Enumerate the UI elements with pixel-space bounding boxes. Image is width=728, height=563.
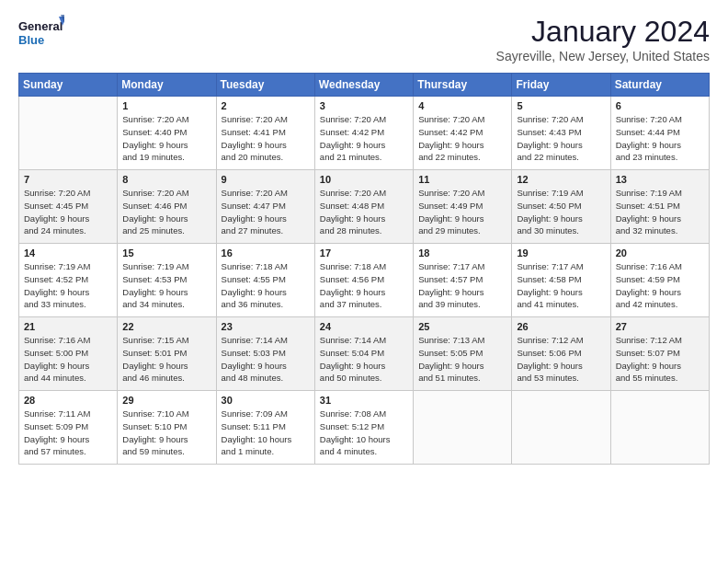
day-detail: Sunrise: 7:20 AMSunset: 4:46 PMDaylight:… xyxy=(122,187,210,237)
day-number: 30 xyxy=(222,395,310,406)
calendar-cell: 29Sunrise: 7:10 AMSunset: 5:10 PMDayligh… xyxy=(118,391,216,465)
calendar-cell: 15Sunrise: 7:19 AMSunset: 4:53 PMDayligh… xyxy=(118,244,216,317)
calendar-cell xyxy=(414,391,512,465)
day-detail: Sunrise: 7:12 AMSunset: 5:07 PMDaylight:… xyxy=(616,334,704,385)
calendar-cell: 9Sunrise: 7:20 AMSunset: 4:47 PMDaylight… xyxy=(216,170,314,244)
title-block: January 2024 Sayreville, New Jersey, Uni… xyxy=(496,15,710,63)
calendar-cell: 14Sunrise: 7:19 AMSunset: 4:52 PMDayligh… xyxy=(19,244,118,317)
col-friday: Friday xyxy=(512,74,610,97)
day-detail: Sunrise: 7:19 AMSunset: 4:52 PMDaylight:… xyxy=(24,260,112,311)
day-detail: Sunrise: 7:16 AMSunset: 4:59 PMDaylight:… xyxy=(616,260,704,311)
col-saturday: Saturday xyxy=(610,74,709,97)
col-thursday: Thursday xyxy=(414,74,512,97)
calendar-table: Sunday Monday Tuesday Wednesday Thursday… xyxy=(18,73,710,465)
location-subtitle: Sayreville, New Jersey, United States xyxy=(496,49,710,63)
day-number: 25 xyxy=(418,321,506,332)
day-number: 18 xyxy=(418,247,506,259)
calendar-cell: 22Sunrise: 7:15 AMSunset: 5:01 PMDayligh… xyxy=(118,317,216,391)
calendar-cell: 11Sunrise: 7:20 AMSunset: 4:49 PMDayligh… xyxy=(414,170,512,244)
day-number: 3 xyxy=(320,100,408,111)
calendar-cell: 5Sunrise: 7:20 AMSunset: 4:43 PMDaylight… xyxy=(512,97,610,170)
day-detail: Sunrise: 7:20 AMSunset: 4:45 PMDaylight:… xyxy=(24,187,112,237)
day-number: 12 xyxy=(517,174,605,185)
day-detail: Sunrise: 7:11 AMSunset: 5:09 PMDaylight:… xyxy=(24,408,112,458)
day-detail: Sunrise: 7:20 AMSunset: 4:44 PMDaylight:… xyxy=(616,113,704,164)
calendar-cell: 26Sunrise: 7:12 AMSunset: 5:06 PMDayligh… xyxy=(512,317,610,391)
calendar-cell: 30Sunrise: 7:09 AMSunset: 5:11 PMDayligh… xyxy=(216,391,314,465)
day-detail: Sunrise: 7:20 AMSunset: 4:40 PMDaylight:… xyxy=(122,113,210,164)
day-detail: Sunrise: 7:19 AMSunset: 4:50 PMDaylight:… xyxy=(517,187,605,237)
calendar-cell: 25Sunrise: 7:13 AMSunset: 5:05 PMDayligh… xyxy=(414,317,512,391)
day-detail: Sunrise: 7:10 AMSunset: 5:10 PMDaylight:… xyxy=(122,408,210,458)
col-sunday: Sunday xyxy=(19,74,118,97)
day-number: 13 xyxy=(616,174,704,185)
day-detail: Sunrise: 7:14 AMSunset: 5:04 PMDaylight:… xyxy=(320,334,408,385)
day-number: 23 xyxy=(222,321,310,332)
day-number: 16 xyxy=(222,247,310,259)
calendar-cell: 12Sunrise: 7:19 AMSunset: 4:50 PMDayligh… xyxy=(512,170,610,244)
calendar-cell: 8Sunrise: 7:20 AMSunset: 4:46 PMDaylight… xyxy=(118,170,216,244)
calendar-cell: 24Sunrise: 7:14 AMSunset: 5:04 PMDayligh… xyxy=(314,317,413,391)
day-number: 8 xyxy=(122,174,210,185)
calendar-cell: 18Sunrise: 7:17 AMSunset: 4:57 PMDayligh… xyxy=(414,244,512,317)
calendar-cell: 10Sunrise: 7:20 AMSunset: 4:48 PMDayligh… xyxy=(314,170,413,244)
day-number: 1 xyxy=(122,100,210,111)
day-detail: Sunrise: 7:17 AMSunset: 4:57 PMDaylight:… xyxy=(418,260,506,311)
calendar-cell: 4Sunrise: 7:20 AMSunset: 4:42 PMDaylight… xyxy=(414,97,512,170)
day-detail: Sunrise: 7:20 AMSunset: 4:48 PMDaylight:… xyxy=(320,187,408,237)
day-detail: Sunrise: 7:09 AMSunset: 5:11 PMDaylight:… xyxy=(222,408,310,458)
calendar-cell xyxy=(19,97,118,170)
day-number: 20 xyxy=(616,247,704,259)
calendar-cell: 13Sunrise: 7:19 AMSunset: 4:51 PMDayligh… xyxy=(610,170,709,244)
day-number: 26 xyxy=(517,321,605,332)
calendar-week-row: 1Sunrise: 7:20 AMSunset: 4:40 PMDaylight… xyxy=(19,97,710,170)
calendar-cell xyxy=(512,391,610,465)
col-monday: Monday xyxy=(118,74,216,97)
calendar-cell: 27Sunrise: 7:12 AMSunset: 5:07 PMDayligh… xyxy=(610,317,709,391)
day-number: 11 xyxy=(418,174,506,185)
day-detail: Sunrise: 7:16 AMSunset: 5:00 PMDaylight:… xyxy=(24,334,112,385)
calendar-cell: 16Sunrise: 7:18 AMSunset: 4:55 PMDayligh… xyxy=(216,244,314,317)
calendar-week-row: 7Sunrise: 7:20 AMSunset: 4:45 PMDaylight… xyxy=(19,170,710,244)
col-wednesday: Wednesday xyxy=(314,74,413,97)
day-number: 28 xyxy=(24,395,112,406)
day-detail: Sunrise: 7:20 AMSunset: 4:47 PMDaylight:… xyxy=(222,187,310,237)
day-number: 10 xyxy=(320,174,408,185)
calendar-header-row: Sunday Monday Tuesday Wednesday Thursday… xyxy=(19,74,710,97)
day-detail: Sunrise: 7:13 AMSunset: 5:05 PMDaylight:… xyxy=(418,334,506,385)
calendar-cell: 19Sunrise: 7:17 AMSunset: 4:58 PMDayligh… xyxy=(512,244,610,317)
day-detail: Sunrise: 7:15 AMSunset: 5:01 PMDaylight:… xyxy=(122,334,210,385)
day-detail: Sunrise: 7:14 AMSunset: 5:03 PMDaylight:… xyxy=(222,334,310,385)
day-number: 19 xyxy=(517,247,605,259)
calendar-cell: 6Sunrise: 7:20 AMSunset: 4:44 PMDaylight… xyxy=(610,97,709,170)
month-year-title: January 2024 xyxy=(496,15,710,49)
calendar-cell: 20Sunrise: 7:16 AMSunset: 4:59 PMDayligh… xyxy=(610,244,709,317)
calendar-cell: 28Sunrise: 7:11 AMSunset: 5:09 PMDayligh… xyxy=(19,391,118,465)
logo: General Blue xyxy=(18,15,64,52)
day-number: 5 xyxy=(517,100,605,111)
svg-text:General: General xyxy=(18,19,63,33)
calendar-cell: 3Sunrise: 7:20 AMSunset: 4:42 PMDaylight… xyxy=(314,97,413,170)
day-number: 9 xyxy=(222,174,310,185)
day-detail: Sunrise: 7:19 AMSunset: 4:51 PMDaylight:… xyxy=(616,187,704,237)
calendar-cell: 17Sunrise: 7:18 AMSunset: 4:56 PMDayligh… xyxy=(314,244,413,317)
day-number: 6 xyxy=(616,100,704,111)
calendar-cell: 21Sunrise: 7:16 AMSunset: 5:00 PMDayligh… xyxy=(19,317,118,391)
day-number: 22 xyxy=(122,321,210,332)
day-detail: Sunrise: 7:17 AMSunset: 4:58 PMDaylight:… xyxy=(517,260,605,311)
day-detail: Sunrise: 7:20 AMSunset: 4:42 PMDaylight:… xyxy=(320,113,408,164)
day-detail: Sunrise: 7:08 AMSunset: 5:12 PMDaylight:… xyxy=(320,408,408,458)
calendar-cell: 7Sunrise: 7:20 AMSunset: 4:45 PMDaylight… xyxy=(19,170,118,244)
day-number: 29 xyxy=(122,395,210,406)
calendar-cell: 31Sunrise: 7:08 AMSunset: 5:12 PMDayligh… xyxy=(314,391,413,465)
day-detail: Sunrise: 7:20 AMSunset: 4:41 PMDaylight:… xyxy=(222,113,310,164)
day-detail: Sunrise: 7:19 AMSunset: 4:53 PMDaylight:… xyxy=(122,260,210,311)
calendar-week-row: 28Sunrise: 7:11 AMSunset: 5:09 PMDayligh… xyxy=(19,391,710,465)
day-detail: Sunrise: 7:20 AMSunset: 4:43 PMDaylight:… xyxy=(517,113,605,164)
day-number: 21 xyxy=(24,321,112,332)
calendar-week-row: 14Sunrise: 7:19 AMSunset: 4:52 PMDayligh… xyxy=(19,244,710,317)
day-number: 17 xyxy=(320,247,408,259)
day-detail: Sunrise: 7:20 AMSunset: 4:42 PMDaylight:… xyxy=(418,113,506,164)
day-detail: Sunrise: 7:20 AMSunset: 4:49 PMDaylight:… xyxy=(418,187,506,237)
calendar-cell: 1Sunrise: 7:20 AMSunset: 4:40 PMDaylight… xyxy=(118,97,216,170)
